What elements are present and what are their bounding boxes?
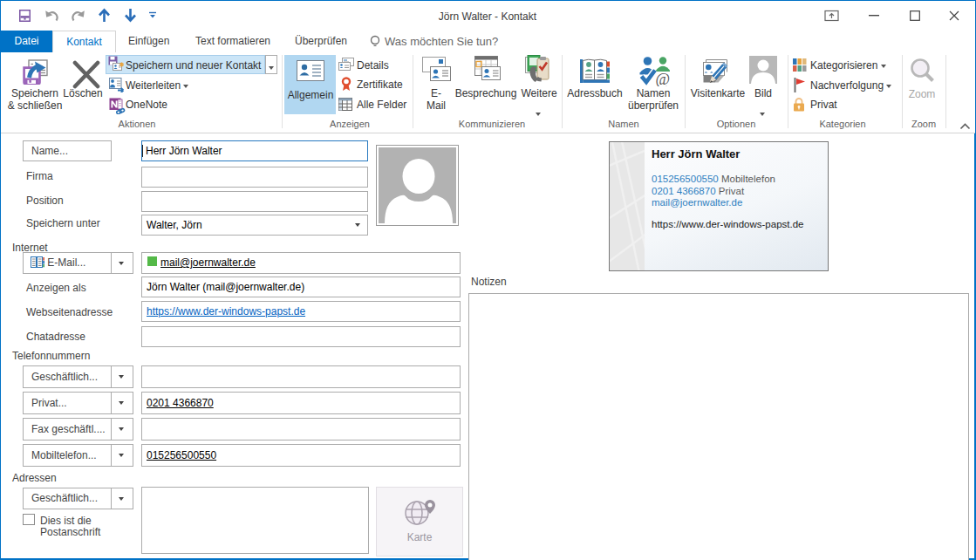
svg-text:@: @ [656, 71, 671, 86]
